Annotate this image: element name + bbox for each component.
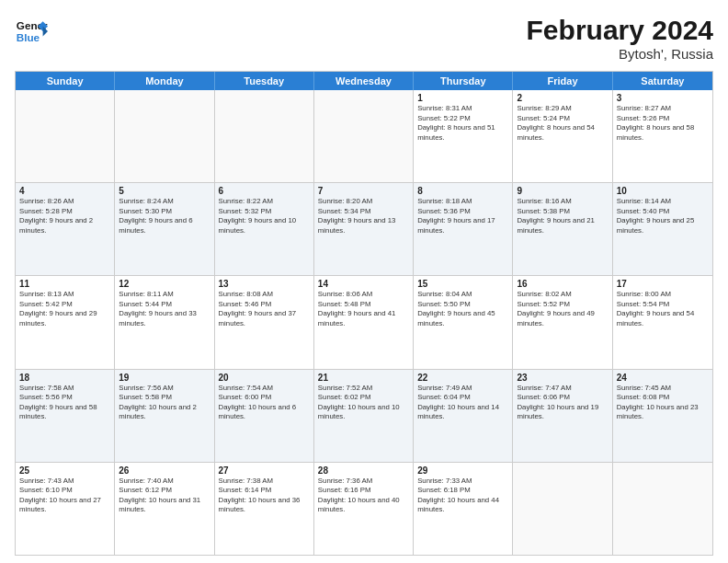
day-info: Sunrise: 7:56 AM Sunset: 5:58 PM Dayligh… [119,384,210,422]
day-info: Sunrise: 8:22 AM Sunset: 5:32 PM Dayligh… [219,197,310,236]
day-number: 4 [19,186,110,196]
calendar-cell [314,90,414,182]
day-info: Sunrise: 8:02 AM Sunset: 5:52 PM Dayligh… [517,290,608,328]
day-number: 12 [119,279,210,289]
day-number: 7 [318,186,409,196]
day-info: Sunrise: 8:13 AM Sunset: 5:42 PM Dayligh… [19,290,110,328]
day-number: 2 [517,93,608,103]
calendar-cell: 27Sunrise: 7:38 AM Sunset: 6:14 PM Dayli… [215,463,314,555]
day-info: Sunrise: 7:45 AM Sunset: 6:08 PM Dayligh… [617,384,709,422]
day-info: Sunrise: 7:43 AM Sunset: 6:10 PM Dayligh… [19,477,110,515]
calendar-cell: 19Sunrise: 7:56 AM Sunset: 5:58 PM Dayli… [115,370,214,462]
calendar-cell: 28Sunrise: 7:36 AM Sunset: 6:16 PM Dayli… [314,463,414,555]
calendar-cell: 16Sunrise: 8:02 AM Sunset: 5:52 PM Dayli… [513,276,612,368]
header-monday: Monday [115,72,214,90]
day-info: Sunrise: 8:08 AM Sunset: 5:46 PM Dayligh… [219,290,310,328]
day-number: 23 [517,373,608,383]
day-info: Sunrise: 7:38 AM Sunset: 6:14 PM Dayligh… [219,477,310,515]
calendar-cell: 3Sunrise: 8:27 AM Sunset: 5:26 PM Daylig… [613,90,712,182]
calendar-cell: 11Sunrise: 8:13 AM Sunset: 5:42 PM Dayli… [16,276,115,368]
day-number: 24 [617,373,709,383]
calendar-cell: 21Sunrise: 7:52 AM Sunset: 6:02 PM Dayli… [314,370,414,462]
day-number: 5 [119,186,210,196]
calendar-cell: 2Sunrise: 8:29 AM Sunset: 5:24 PM Daylig… [513,90,612,182]
calendar-cell: 9Sunrise: 8:16 AM Sunset: 5:38 PM Daylig… [513,183,612,275]
calendar-cell: 26Sunrise: 7:40 AM Sunset: 6:12 PM Dayli… [115,463,214,555]
day-number: 14 [318,279,409,289]
day-info: Sunrise: 8:24 AM Sunset: 5:30 PM Dayligh… [119,197,210,236]
day-info: Sunrise: 7:36 AM Sunset: 6:16 PM Dayligh… [318,477,409,515]
svg-text:Blue: Blue [17,31,40,43]
day-info: Sunrise: 7:52 AM Sunset: 6:02 PM Dayligh… [318,384,409,422]
day-number: 17 [617,279,709,289]
day-number: 3 [617,93,709,103]
calendar-cell: 4Sunrise: 8:26 AM Sunset: 5:28 PM Daylig… [16,183,115,275]
calendar-cell [115,90,214,182]
header-tuesday: Tuesday [215,72,314,90]
day-info: Sunrise: 8:26 AM Sunset: 5:28 PM Dayligh… [19,197,110,236]
day-info: Sunrise: 8:27 AM Sunset: 5:26 PM Dayligh… [617,104,709,143]
day-info: Sunrise: 8:00 AM Sunset: 5:54 PM Dayligh… [617,290,709,328]
day-info: Sunrise: 8:11 AM Sunset: 5:44 PM Dayligh… [119,290,210,328]
calendar: Sunday Monday Tuesday Wednesday Thursday… [15,71,713,556]
logo: General Blue [15,15,48,48]
header-sunday: Sunday [16,72,115,90]
day-number: 21 [318,373,409,383]
logo-icon: General Blue [15,15,48,48]
day-info: Sunrise: 8:29 AM Sunset: 5:24 PM Dayligh… [517,104,608,143]
day-info: Sunrise: 7:40 AM Sunset: 6:12 PM Dayligh… [119,477,210,515]
title-block: February 2024 Bytosh', Russia [527,15,713,62]
day-number: 29 [417,465,508,476]
header-wednesday: Wednesday [314,72,414,90]
calendar-cell: 13Sunrise: 8:08 AM Sunset: 5:46 PM Dayli… [215,276,314,368]
day-info: Sunrise: 7:47 AM Sunset: 6:06 PM Dayligh… [517,384,608,422]
day-number: 8 [417,186,508,196]
header-thursday: Thursday [414,72,513,90]
calendar-cell: 7Sunrise: 8:20 AM Sunset: 5:34 PM Daylig… [314,183,414,275]
day-number: 22 [417,373,508,383]
calendar-cell: 18Sunrise: 7:58 AM Sunset: 5:56 PM Dayli… [16,370,115,462]
header-friday: Friday [513,72,612,90]
day-info: Sunrise: 8:06 AM Sunset: 5:48 PM Dayligh… [318,290,409,328]
calendar-cell: 23Sunrise: 7:47 AM Sunset: 6:06 PM Dayli… [513,370,612,462]
day-number: 16 [517,279,608,289]
day-number: 28 [318,465,409,476]
day-info: Sunrise: 8:14 AM Sunset: 5:40 PM Dayligh… [617,197,709,236]
calendar-cell: 1Sunrise: 8:31 AM Sunset: 5:22 PM Daylig… [414,90,513,182]
day-number: 11 [19,279,110,289]
calendar-week-1: 1Sunrise: 8:31 AM Sunset: 5:22 PM Daylig… [16,90,712,182]
calendar-cell [613,463,712,555]
calendar-cell: 6Sunrise: 8:22 AM Sunset: 5:32 PM Daylig… [215,183,314,275]
calendar-cell: 24Sunrise: 7:45 AM Sunset: 6:08 PM Dayli… [613,370,712,462]
day-info: Sunrise: 7:58 AM Sunset: 5:56 PM Dayligh… [19,384,110,422]
day-number: 26 [119,465,210,476]
calendar-cell: 8Sunrise: 8:18 AM Sunset: 5:36 PM Daylig… [414,183,513,275]
day-info: Sunrise: 8:20 AM Sunset: 5:34 PM Dayligh… [318,197,409,236]
day-info: Sunrise: 8:31 AM Sunset: 5:22 PM Dayligh… [417,104,508,143]
calendar-cell: 5Sunrise: 8:24 AM Sunset: 5:30 PM Daylig… [115,183,214,275]
month-title: February 2024 [527,15,713,46]
calendar-cell: 22Sunrise: 7:49 AM Sunset: 6:04 PM Dayli… [414,370,513,462]
day-number: 13 [219,279,310,289]
location: Bytosh', Russia [527,46,713,62]
calendar-week-3: 11Sunrise: 8:13 AM Sunset: 5:42 PM Dayli… [16,275,712,368]
day-info: Sunrise: 8:16 AM Sunset: 5:38 PM Dayligh… [517,197,608,236]
day-number: 10 [617,186,709,196]
day-number: 9 [517,186,608,196]
day-number: 25 [19,465,110,476]
day-number: 27 [219,465,310,476]
calendar-body: 1Sunrise: 8:31 AM Sunset: 5:22 PM Daylig… [16,90,712,555]
day-info: Sunrise: 8:18 AM Sunset: 5:36 PM Dayligh… [417,197,508,236]
calendar-cell: 15Sunrise: 8:04 AM Sunset: 5:50 PM Dayli… [414,276,513,368]
calendar-cell [215,90,314,182]
header: General Blue February 2024 Bytosh', Russ… [15,15,713,62]
day-number: 15 [417,279,508,289]
calendar-header: Sunday Monday Tuesday Wednesday Thursday… [16,72,712,90]
calendar-cell: 14Sunrise: 8:06 AM Sunset: 5:48 PM Dayli… [314,276,414,368]
day-number: 20 [219,373,310,383]
calendar-cell: 20Sunrise: 7:54 AM Sunset: 6:00 PM Dayli… [215,370,314,462]
calendar-cell: 12Sunrise: 8:11 AM Sunset: 5:44 PM Dayli… [115,276,214,368]
day-info: Sunrise: 7:33 AM Sunset: 6:18 PM Dayligh… [417,477,508,515]
day-info: Sunrise: 8:04 AM Sunset: 5:50 PM Dayligh… [417,290,508,328]
calendar-week-5: 25Sunrise: 7:43 AM Sunset: 6:10 PM Dayli… [16,462,712,555]
